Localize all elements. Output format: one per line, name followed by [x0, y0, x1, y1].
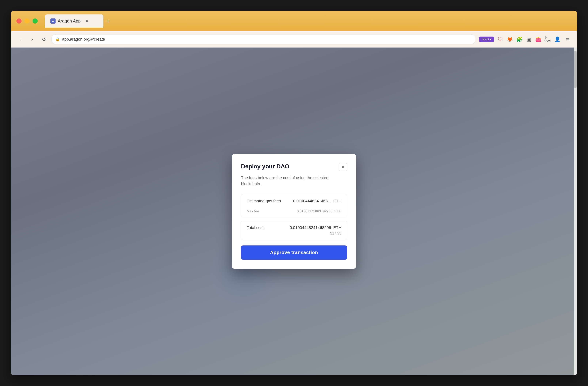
- total-cost-label: Total cost: [247, 225, 264, 230]
- active-tab[interactable]: A Aragon App ×: [45, 14, 104, 28]
- new-tab-button[interactable]: +: [106, 18, 110, 24]
- browser-window: A Aragon App × + ‹ › ↺ 🔒 app.aragon.org/…: [11, 11, 577, 375]
- title-bar: A Aragon App × +: [11, 11, 577, 31]
- extension-icon-1[interactable]: 🧩: [516, 36, 523, 43]
- forward-icon: ›: [31, 36, 33, 42]
- gas-fees-section: Estimated gas fees 0.01004448241468... E…: [241, 194, 347, 217]
- address-text: app.aragon.org/#/create: [62, 37, 471, 42]
- scrollbar[interactable]: [574, 47, 577, 375]
- brave-shield-icon[interactable]: 🛡: [497, 36, 504, 43]
- ipfs-label: IPFS: [482, 38, 489, 41]
- tab-bar: A Aragon App × +: [45, 14, 561, 28]
- ipfs-badge[interactable]: IPFS ▾: [479, 37, 494, 42]
- tab-close-button[interactable]: ×: [86, 19, 88, 23]
- profile-icon[interactable]: 👤: [554, 36, 561, 43]
- minimize-button[interactable]: [24, 19, 30, 23]
- back-icon: ‹: [20, 36, 21, 42]
- modal-title: Deploy your DAO: [241, 163, 290, 170]
- max-fee-row: Max fee 0.01607171863492736 ETH: [241, 208, 347, 217]
- scrollbar-thumb[interactable]: [574, 51, 577, 88]
- address-bar[interactable]: 🔒 app.aragon.org/#/create: [52, 35, 475, 44]
- modal-subtitle: The fees below are the cost of using the…: [241, 175, 347, 187]
- maximize-button[interactable]: [33, 19, 38, 23]
- page-content: Deploy your DAO × The fees below are the…: [11, 47, 577, 375]
- estimated-gas-row: Estimated gas fees 0.01004448241468... E…: [241, 194, 347, 208]
- modal-header: Deploy your DAO ×: [241, 163, 347, 171]
- deploy-dao-modal: Deploy your DAO × The fees below are the…: [232, 154, 356, 269]
- approve-transaction-button[interactable]: Approve transaction: [241, 245, 347, 260]
- traffic-lights: [17, 19, 38, 23]
- total-cost-row: Total cost 0.01004448241468296 ETH $17.3…: [247, 225, 341, 236]
- estimated-gas-label: Estimated gas fees: [247, 199, 281, 203]
- tab-favicon: A: [50, 19, 56, 23]
- metamask-icon[interactable]: 🦊: [506, 36, 513, 43]
- tab-title: Aragon App: [58, 19, 81, 23]
- back-button[interactable]: ‹: [17, 35, 24, 43]
- max-fee-value: 0.01607171863492736 ETH: [297, 209, 341, 213]
- estimated-gas-values: 0.01004448241468... ETH: [293, 199, 341, 203]
- extensions-bar: IPFS ▾ 🛡 🦊 🧩 ▣ 👛 ✈ VPN 👤 ≡: [479, 35, 571, 43]
- lock-icon: 🔒: [55, 37, 60, 42]
- wallet-icon[interactable]: 👛: [535, 36, 542, 43]
- sidebar-icon[interactable]: ▣: [525, 36, 532, 43]
- total-eth-value: 0.01004448241468296 ETH: [290, 225, 341, 230]
- refresh-icon: ↺: [42, 36, 46, 43]
- forward-button[interactable]: ›: [28, 35, 36, 43]
- vpn-label[interactable]: ✈ VPN: [545, 36, 551, 43]
- total-cost-section: Total cost 0.01004448241468296 ETH $17.3…: [241, 221, 347, 240]
- total-usd-value: $17.33: [290, 231, 341, 236]
- menu-button[interactable]: ≡: [564, 35, 571, 43]
- nav-bar: ‹ › ↺ 🔒 app.aragon.org/#/create IPFS ▾ 🛡…: [11, 31, 577, 47]
- total-cost-values: 0.01004448241468296 ETH $17.33: [290, 225, 341, 236]
- modal-overlay: Deploy your DAO × The fees below are the…: [11, 47, 577, 375]
- refresh-button[interactable]: ↺: [40, 35, 48, 43]
- close-button[interactable]: [17, 19, 21, 23]
- ipfs-dropdown-icon: ▾: [490, 37, 491, 41]
- max-fee-label: Max fee: [247, 209, 259, 213]
- menu-icon: ≡: [566, 36, 569, 42]
- modal-close-button[interactable]: ×: [339, 163, 347, 171]
- estimated-gas-primary: 0.01004448241468... ETH: [293, 199, 341, 203]
